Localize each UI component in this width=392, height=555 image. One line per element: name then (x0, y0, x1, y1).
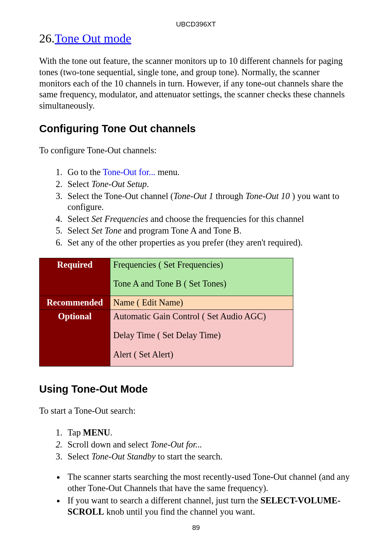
intro-paragraph: With the tone out feature, the scanner m… (39, 56, 353, 111)
bullet-text: The scanner starts searching the most re… (68, 472, 350, 493)
step-text: Select (68, 214, 91, 224)
step-text: and choose the frequencies for this chan… (148, 214, 304, 224)
section2-intro: To start a Tone-Out search: (39, 405, 353, 417)
list-item: Select the Tone-Out channel (Tone-Out 1 … (65, 191, 353, 213)
header-model: UBCD396XT (39, 20, 353, 29)
page-content: UBCD396XT 26.Tone Out mode With the tone… (0, 0, 392, 532)
page-number: 89 (39, 523, 353, 532)
recommended-header: Recommended (40, 296, 110, 309)
cell-text: Automatic Gain Control ( Set Audio AGC) (113, 311, 266, 321)
spacer (113, 322, 290, 330)
spacer (113, 270, 290, 278)
using-steps: Tap MENU. Scroll down and select Tone-Ou… (39, 427, 353, 462)
cell-text: Tone A and Tone B ( Set Tones) (113, 279, 226, 288)
optional-header: Optional (40, 309, 110, 366)
step-italic: Tone-Out Setup (91, 179, 147, 189)
step-italic: Tone-Out 1 (173, 191, 213, 201)
step-text: Tap (68, 428, 83, 437)
list-item: Select Tone-Out Standby to start the sea… (65, 451, 353, 462)
step-text: through (213, 191, 245, 201)
list-item: Scroll down and select Tone-Out for... (65, 439, 353, 450)
list-item: The scanner starts searching the most re… (65, 471, 353, 494)
title-number: 26. (39, 32, 55, 45)
table-row: Optional Automatic Gain Control ( Set Au… (40, 309, 293, 366)
required-header: Required (40, 258, 110, 296)
list-item: Select Tone-Out Setup. (65, 179, 353, 190)
spacer (113, 289, 290, 295)
step-text: Select the Tone-Out channel ( (68, 191, 173, 201)
cell-text: Frequencies ( Set Frequencies) (113, 260, 223, 270)
cell-text: Alert ( Set Alert) (113, 349, 173, 359)
step-text: Select (68, 226, 91, 235)
step-italic: Tone-Out for... (151, 439, 202, 449)
list-item: Go to the Tone-Out for... menu. (65, 167, 353, 178)
step-text: to start the search. (156, 451, 222, 461)
list-item: Tap MENU. (65, 427, 353, 438)
configure-steps: Go to the Tone-Out for... menu. Select T… (39, 167, 353, 248)
table-row: Recommended Name ( Edit Name) (40, 296, 293, 309)
step-text: menu. (155, 167, 180, 177)
spacer (113, 360, 290, 365)
tone-out-for-link[interactable]: Tone-Out for... (103, 167, 155, 177)
list-item: Select Set Tone and program Tone A and T… (65, 225, 353, 236)
spacer (113, 341, 290, 349)
section1-intro: To configure Tone-Out channels: (39, 145, 353, 156)
step-bold: MENU (83, 428, 110, 437)
step-italic: Set Tone (91, 226, 122, 235)
step-text: . (147, 179, 149, 189)
step-italic: Set Frequencies (91, 214, 148, 224)
cell-text: Delay Time ( Set Delay Time) (113, 330, 221, 340)
bullet-text: If you want to search a different channe… (68, 495, 261, 505)
step-text: and program Tone A and Tone B. (122, 226, 241, 235)
section2-heading: Using Tone-Out Mode (39, 382, 353, 396)
list-item: If you want to search a different channe… (65, 495, 353, 517)
title-link[interactable]: Tone Out mode (55, 32, 131, 45)
using-bullets: The scanner starts searching the most re… (39, 471, 353, 518)
step-text: Select (68, 179, 91, 189)
list-item: Select Set Frequencies and choose the fr… (65, 214, 353, 225)
page-title: 26.Tone Out mode (39, 31, 353, 46)
step-text: . (110, 428, 112, 437)
settings-table: Required Frequencies ( Set Frequencies) … (39, 258, 293, 367)
cell-text: Name ( Edit Name) (113, 297, 183, 307)
step-text: Select (68, 451, 91, 461)
step-italic: Tone-Out 10 (245, 191, 290, 201)
step-text: Go to the (68, 167, 103, 177)
table-row: Required Frequencies ( Set Frequencies) … (40, 258, 293, 296)
step-text: Set any of the other properties as you p… (68, 238, 303, 247)
list-item: Set any of the other properties as you p… (65, 237, 353, 248)
step-italic: Tone-Out Standby (91, 451, 156, 461)
section1-heading: Configuring Tone Out channels (39, 122, 353, 135)
bullet-text: knob until you find the channel you want… (104, 507, 255, 516)
step-text: Scroll down and select (68, 439, 151, 449)
recommended-cell: Name ( Edit Name) (110, 296, 293, 309)
required-cell: Frequencies ( Set Frequencies) Tone A an… (110, 258, 293, 296)
optional-cell: Automatic Gain Control ( Set Audio AGC) … (110, 309, 293, 366)
